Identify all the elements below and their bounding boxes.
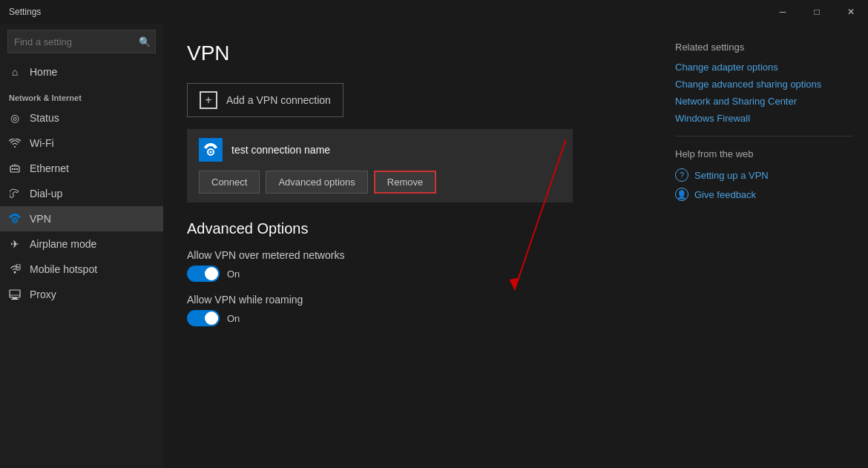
minimize-button[interactable]: ─ <box>766 0 800 24</box>
content-inner: VPN + Add a VPN connection <box>163 24 660 468</box>
sidebar-item-proxy[interactable]: Proxy <box>0 282 163 307</box>
toggle-row-metered: On <box>187 266 637 282</box>
ethernet-icon <box>9 162 21 174</box>
help-link-setup-vpn[interactable]: ? Setting up a VPN <box>675 168 853 182</box>
svg-rect-9 <box>13 297 17 299</box>
feedback-person-icon: 👤 <box>675 188 688 201</box>
svg-rect-1 <box>12 168 13 170</box>
content-main: VPN + Add a VPN connection <box>163 24 868 468</box>
vpn-item-header: test connection name <box>199 138 561 162</box>
titlebar-controls: ─ □ ✕ <box>766 0 868 24</box>
related-settings-title: Related settings <box>675 42 853 53</box>
sidebar-item-status-label: Status <box>30 112 59 124</box>
search-input[interactable] <box>14 36 139 47</box>
help-question-icon: ? <box>675 168 688 182</box>
vpn-advanced-button[interactable]: Advanced options <box>266 171 367 194</box>
overlay-container: test connection name Connect Advanced op… <box>187 129 637 202</box>
related-link-firewall[interactable]: Windows Firewall <box>675 113 853 124</box>
content-area: VPN + Add a VPN connection <box>163 24 660 356</box>
help-link-feedback[interactable]: 👤 Give feedback <box>675 188 853 201</box>
help-title: Help from the web <box>675 148 853 159</box>
vpn-icon <box>9 213 21 225</box>
sidebar-item-airplane-label: Airplane mode <box>30 238 96 250</box>
svg-rect-2 <box>14 168 16 170</box>
sidebar-item-airplane[interactable]: ✈ Airplane mode <box>0 231 163 257</box>
right-panel: Related settings Change adapter options … <box>660 24 868 468</box>
restore-button[interactable]: □ <box>800 0 834 24</box>
vpn-actions: Connect Advanced options Remove <box>199 171 561 194</box>
status-icon: ◎ <box>9 112 21 124</box>
dialup-icon <box>9 188 21 200</box>
proxy-icon <box>9 289 21 300</box>
sidebar-item-hotspot-label: Mobile hotspot <box>30 263 97 275</box>
search-box[interactable]: 🔍 <box>7 30 156 53</box>
sidebar-item-wifi-label: Wi-Fi <box>30 137 54 149</box>
add-plus-icon: + <box>200 91 217 109</box>
sidebar-item-hotspot[interactable]: Mobile hotspot <box>0 257 163 282</box>
sidebar-item-dialup[interactable]: Dial-up <box>0 181 163 206</box>
toggle-roaming[interactable] <box>187 310 220 326</box>
sidebar-section-header: Network & Internet <box>0 85 163 105</box>
sidebar-item-home-label: Home <box>30 66 57 78</box>
add-vpn-label: Add a VPN connection <box>226 94 331 106</box>
sidebar-item-home[interactable]: ⌂ Home <box>0 59 163 85</box>
svg-point-6 <box>14 271 16 274</box>
sidebar-item-vpn[interactable]: VPN <box>0 206 163 231</box>
vpn-logo <box>199 138 223 162</box>
svg-point-11 <box>12 296 13 297</box>
toggle-row-roaming: On <box>187 310 637 326</box>
svg-rect-8 <box>10 290 20 297</box>
sidebar-item-ethernet[interactable]: Ethernet <box>0 156 163 181</box>
sidebar: 🔍 ⌂ Home Network & Internet ◎ Status Wi-… <box>0 24 163 468</box>
airplane-icon: ✈ <box>9 238 21 250</box>
add-vpn-button[interactable]: + Add a VPN connection <box>187 83 343 117</box>
hotspot-icon <box>9 263 21 275</box>
sidebar-item-ethernet-label: Ethernet <box>30 162 69 174</box>
related-link-sharing[interactable]: Change advanced sharing options <box>675 79 853 90</box>
titlebar-title: Settings <box>9 7 41 17</box>
vpn-remove-button[interactable]: Remove <box>374 171 436 194</box>
app-body: 🔍 ⌂ Home Network & Internet ◎ Status Wi-… <box>0 24 868 468</box>
toggle-roaming-state: On <box>227 313 240 324</box>
toggle-metered[interactable] <box>187 266 220 282</box>
sidebar-item-vpn-label: VPN <box>30 213 51 225</box>
search-icon: 🔍 <box>139 36 151 47</box>
vpn-connect-button[interactable]: Connect <box>199 171 260 194</box>
titlebar: Settings ─ □ ✕ <box>0 0 868 24</box>
related-link-adapter[interactable]: Change adapter options <box>675 62 853 73</box>
svg-rect-3 <box>16 168 18 170</box>
vpn-connection-item: test connection name Connect Advanced op… <box>187 129 573 202</box>
sidebar-item-wifi[interactable]: Wi-Fi <box>0 131 163 156</box>
svg-point-5 <box>14 220 16 221</box>
option-roaming: Allow VPN while roaming On <box>187 294 637 326</box>
option-roaming-label: Allow VPN while roaming <box>187 294 637 306</box>
help-link-feedback-label: Give feedback <box>694 189 756 200</box>
sidebar-item-proxy-label: Proxy <box>30 289 56 300</box>
advanced-options-title: Advanced Options <box>187 220 637 237</box>
svg-point-13 <box>210 151 212 154</box>
vpn-connection-name: test connection name <box>231 144 330 156</box>
divider <box>675 136 853 136</box>
page-title: VPN <box>187 42 637 65</box>
help-link-setup-vpn-label: Setting up a VPN <box>694 170 769 181</box>
option-metered-label: Allow VPN over metered networks <box>187 249 637 261</box>
svg-rect-10 <box>11 299 19 300</box>
close-button[interactable]: ✕ <box>834 0 868 24</box>
sidebar-item-status[interactable]: ◎ Status <box>0 105 163 131</box>
sidebar-item-dialup-label: Dial-up <box>30 188 62 200</box>
wifi-icon <box>9 137 21 149</box>
home-icon: ⌂ <box>9 66 21 78</box>
toggle-metered-state: On <box>227 268 240 280</box>
option-metered: Allow VPN over metered networks On <box>187 249 637 282</box>
related-link-network-center[interactable]: Network and Sharing Center <box>675 96 853 107</box>
